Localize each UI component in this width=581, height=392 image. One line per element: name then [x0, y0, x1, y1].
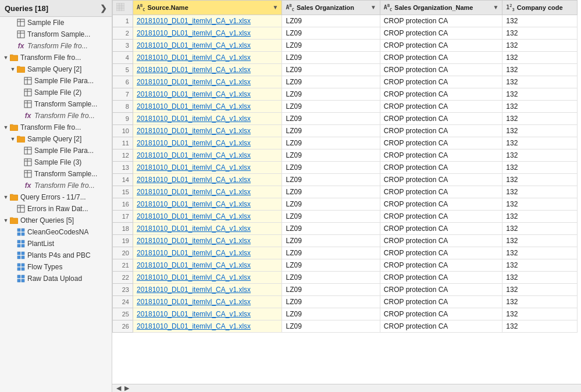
sidebar-item-transform-file-group-1[interactable]: ▼Transform File fro... [0, 52, 112, 63]
cell-source-name[interactable]: 20181010_DL01_itemlvl_CA_v1.xlsx [133, 137, 282, 149]
col-header-sales-org-name[interactable]: ABCSales Organization_Name▼ [380, 1, 502, 15]
cell-source-name[interactable]: 20181010_DL01_itemlvl_CA_v1.xlsx [133, 162, 282, 174]
cell-source-name[interactable]: 20181010_DL01_itemlvl_CA_v1.xlsx [133, 40, 282, 52]
filter-button-source-name[interactable]: ▼ [273, 4, 279, 10]
cell-source-name[interactable]: 20181010_DL01_itemlvl_CA_v1.xlsx [133, 247, 282, 259]
col-header-sales-org[interactable]: ABCSales Organization▼ [282, 1, 380, 15]
sidebar-item-sample-file-para[interactable]: Sample File Para... [0, 75, 112, 87]
table-row[interactable]: 2420181010_DL01_itemlvl_CA_v1.xlsxLZ09CR… [113, 296, 578, 308]
cell-sales-org-name: CROP protection CA [380, 223, 502, 235]
table-row[interactable]: 1220181010_DL01_itemlvl_CA_v1.xlsxLZ09CR… [113, 149, 578, 162]
sidebar-item-transform-file-fx-1[interactable]: fxTransform File fro... [0, 40, 112, 52]
sidebar-item-transform-file-fx-2[interactable]: fxTransform File fro... [0, 110, 112, 122]
cell-source-name[interactable]: 20181010_DL01_itemlvl_CA_v1.xlsx [133, 174, 282, 186]
table-row[interactable]: 1420181010_DL01_itemlvl_CA_v1.xlsxLZ09CR… [113, 174, 578, 186]
table-row[interactable]: 120181010_DL01_itemlvl_CA_v1.xlsxLZ09CRO… [113, 15, 578, 27]
cell-source-name[interactable]: 20181010_DL01_itemlvl_CA_v1.xlsx [133, 125, 282, 137]
filter-button-sales-org-name[interactable]: ▼ [493, 4, 498, 10]
sidebar-label-sample-file: Sample File [27, 19, 64, 27]
table-row[interactable]: 1620181010_DL01_itemlvl_CA_v1.xlsxLZ09CR… [113, 198, 578, 211]
sidebar-item-plants-p4s-pbc[interactable]: Plants P4s and PBC [0, 250, 112, 261]
grid-icon [16, 228, 26, 236]
col-label-company-code: Company code [517, 4, 563, 11]
cell-sales-org-name: CROP protection CA [380, 88, 502, 101]
sidebar-item-sample-query-group-1[interactable]: ▼Sample Query [2] [0, 63, 112, 75]
cell-source-name[interactable]: 20181010_DL01_itemlvl_CA_v1.xlsx [133, 113, 282, 125]
grid-icon [16, 263, 26, 271]
cell-sales-org-name: CROP protection CA [380, 284, 502, 296]
sidebar-item-other-queries-group[interactable]: ▼Other Queries [5] [0, 215, 112, 226]
svg-rect-28 [22, 229, 24, 231]
sidebar-item-transform-file-fx-3[interactable]: fxTransform File fro... [0, 180, 112, 191]
table-row[interactable]: 820181010_DL01_itemlvl_CA_v1.xlsxLZ09CRO… [113, 101, 578, 113]
cell-source-name[interactable]: 20181010_DL01_itemlvl_CA_v1.xlsx [133, 259, 282, 272]
cell-source-name[interactable]: 20181010_DL01_itemlvl_CA_v1.xlsx [133, 64, 282, 76]
sidebar-item-raw-data-upload[interactable]: Raw Data Upload [0, 273, 112, 284]
sidebar-item-transform-sample-1[interactable]: Transform Sample... [0, 28, 112, 40]
cell-source-name[interactable]: 20181010_DL01_itemlvl_CA_v1.xlsx [133, 296, 282, 308]
collapse-button[interactable]: ❯ [100, 3, 107, 13]
table-row[interactable]: 220181010_DL01_itemlvl_CA_v1.xlsxLZ09CRO… [113, 27, 578, 40]
cell-source-name[interactable]: 20181010_DL01_itemlvl_CA_v1.xlsx [133, 235, 282, 247]
table-row[interactable]: 1120181010_DL01_itemlvl_CA_v1.xlsxLZ09CR… [113, 137, 578, 149]
sidebar-item-plant-list[interactable]: PlantList [0, 238, 112, 250]
filter-button-sales-org[interactable]: ▼ [370, 4, 376, 10]
data-table-container[interactable]: ABCSource.Name▼ABCSales Organization▼ABC… [112, 0, 581, 384]
cell-source-name[interactable]: 20181010_DL01_itemlvl_CA_v1.xlsx [133, 149, 282, 162]
sidebar-item-flow-types[interactable]: Flow Types [0, 261, 112, 273]
table-row[interactable]: 420181010_DL01_itemlvl_CA_v1.xlsxLZ09CRO… [113, 52, 578, 64]
scroll-left-arrow[interactable]: ◀ [115, 384, 123, 392]
table-row[interactable]: 1020181010_DL01_itemlvl_CA_v1.xlsxLZ09CR… [113, 125, 578, 137]
cell-source-name[interactable]: 20181010_DL01_itemlvl_CA_v1.xlsx [133, 308, 282, 320]
sidebar-item-sample-file-3[interactable]: Sample File (3) [0, 156, 112, 168]
sidebar-item-query-errors-group[interactable]: ▼Query Errors - 11/7... [0, 191, 112, 203]
table-row[interactable]: 2320181010_DL01_itemlvl_CA_v1.xlsxLZ09CR… [113, 284, 578, 296]
col-type-icon-sales-org: ABC [286, 3, 294, 12]
svg-rect-15 [24, 147, 31, 154]
tree-arrow-sample-query-group-2: ▼ [9, 136, 16, 142]
function-icon: fx [23, 181, 33, 190]
cell-source-name[interactable]: 20181010_DL01_itemlvl_CA_v1.xlsx [133, 186, 282, 198]
sidebar-item-errors-raw-data[interactable]: Errors in Raw Dat... [0, 203, 112, 215]
cell-source-name[interactable]: 20181010_DL01_itemlvl_CA_v1.xlsx [133, 198, 282, 211]
col-header-source-name[interactable]: ABCSource.Name▼ [133, 1, 282, 15]
table-row[interactable]: 720181010_DL01_itemlvl_CA_v1.xlsxLZ09CRO… [113, 88, 578, 101]
sidebar-item-clean-geo-codes[interactable]: CleanGeoCodesNA [0, 226, 112, 238]
table-row[interactable]: 620181010_DL01_itemlvl_CA_v1.xlsxLZ09CRO… [113, 76, 578, 88]
cell-source-name[interactable]: 20181010_DL01_itemlvl_CA_v1.xlsx [133, 211, 282, 223]
cell-source-name[interactable]: 20181010_DL01_itemlvl_CA_v1.xlsx [133, 27, 282, 40]
table-row[interactable]: 520181010_DL01_itemlvl_CA_v1.xlsxLZ09CRO… [113, 64, 578, 76]
table-row[interactable]: 2620181010_DL01_itemlvl_CA_v1.xlsxLZ09CR… [113, 320, 578, 333]
sidebar-item-transform-sample-3[interactable]: Transform Sample... [0, 168, 112, 180]
sidebar-item-sample-file-para-2[interactable]: Sample File Para... [0, 145, 112, 156]
table-row[interactable]: 1520181010_DL01_itemlvl_CA_v1.xlsxLZ09CR… [113, 186, 578, 198]
cell-source-name[interactable]: 20181010_DL01_itemlvl_CA_v1.xlsx [133, 223, 282, 235]
table-row[interactable]: 1820181010_DL01_itemlvl_CA_v1.xlsxLZ09CR… [113, 223, 578, 235]
sidebar-item-transform-sample-2[interactable]: Transform Sample... [0, 98, 112, 110]
cell-rownum: 24 [113, 296, 133, 308]
table-row[interactable]: 2020181010_DL01_itemlvl_CA_v1.xlsxLZ09CR… [113, 247, 578, 259]
cell-source-name[interactable]: 20181010_DL01_itemlvl_CA_v1.xlsx [133, 284, 282, 296]
cell-source-name[interactable]: 20181010_DL01_itemlvl_CA_v1.xlsx [133, 88, 282, 101]
cell-source-name[interactable]: 20181010_DL01_itemlvl_CA_v1.xlsx [133, 272, 282, 284]
cell-source-name[interactable]: 20181010_DL01_itemlvl_CA_v1.xlsx [133, 320, 282, 333]
sidebar-item-sample-query-group-2[interactable]: ▼Sample Query [2] [0, 133, 112, 145]
sidebar: Queries [18] ❯ Sample FileTransform Samp… [0, 0, 112, 392]
table-row[interactable]: 1720181010_DL01_itemlvl_CA_v1.xlsxLZ09CR… [113, 211, 578, 223]
sidebar-item-sample-file[interactable]: Sample File [0, 17, 112, 28]
table-row[interactable]: 920181010_DL01_itemlvl_CA_v1.xlsxLZ09CRO… [113, 113, 578, 125]
table-row[interactable]: 320181010_DL01_itemlvl_CA_v1.xlsxLZ09CRO… [113, 40, 578, 52]
cell-source-name[interactable]: 20181010_DL01_itemlvl_CA_v1.xlsx [133, 15, 282, 27]
sidebar-item-sample-file-2[interactable]: Sample File (2) [0, 87, 112, 98]
cell-source-name[interactable]: 20181010_DL01_itemlvl_CA_v1.xlsx [133, 101, 282, 113]
function-icon: fx [16, 42, 26, 50]
table-row[interactable]: 2220181010_DL01_itemlvl_CA_v1.xlsxLZ09CR… [113, 272, 578, 284]
table-row[interactable]: 1320181010_DL01_itemlvl_CA_v1.xlsxLZ09CR… [113, 162, 578, 174]
cell-source-name[interactable]: 20181010_DL01_itemlvl_CA_v1.xlsx [133, 52, 282, 64]
table-row[interactable]: 2120181010_DL01_itemlvl_CA_v1.xlsxLZ09CR… [113, 259, 578, 272]
table-row[interactable]: 1920181010_DL01_itemlvl_CA_v1.xlsxLZ09CR… [113, 235, 578, 247]
sidebar-item-transform-file-group-2[interactable]: ▼Transform File fro... [0, 122, 112, 133]
cell-source-name[interactable]: 20181010_DL01_itemlvl_CA_v1.xlsx [133, 76, 282, 88]
scroll-right-arrow[interactable]: ▶ [123, 384, 131, 392]
table-row[interactable]: 2520181010_DL01_itemlvl_CA_v1.xlsxLZ09CR… [113, 308, 578, 320]
